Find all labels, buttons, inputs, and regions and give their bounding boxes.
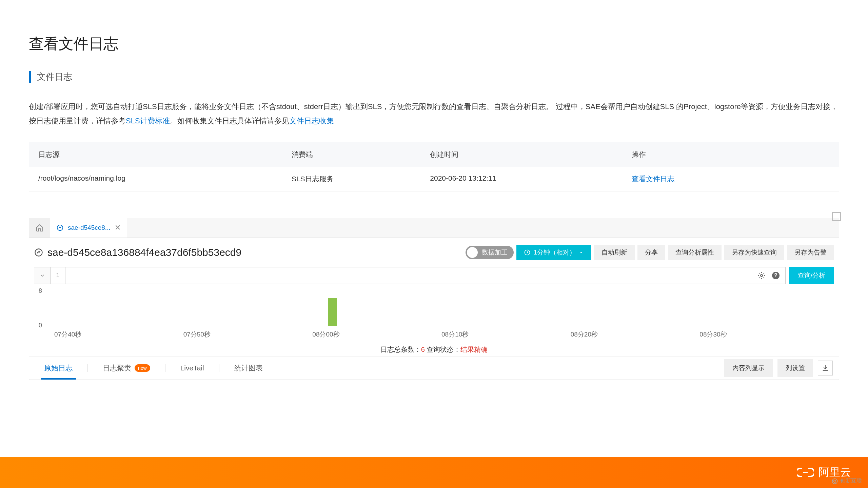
query-input[interactable] — [65, 267, 752, 284]
sls-panel: sae-d545ce8... ✕ sae-d545ce8a136884f4ea3… — [29, 218, 839, 380]
tab-cluster-label: 日志聚类 — [103, 363, 131, 373]
share-button[interactable]: 分享 — [637, 245, 665, 260]
footer: 阿里云 — [0, 457, 868, 488]
query-attr-button[interactable]: 查询分析属性 — [668, 245, 722, 260]
section-header: 文件日志 — [29, 71, 839, 83]
chart: 8 0 — [39, 289, 829, 326]
x-tick: 07分40秒 — [54, 330, 183, 339]
cell-created: 2020-06-20 13:12:11 — [430, 174, 632, 184]
settings-icon[interactable] — [757, 271, 766, 280]
save-quick-button[interactable]: 另存为快速查询 — [724, 245, 784, 260]
data-processing-toggle[interactable]: 数据加工 — [466, 246, 514, 259]
svg-point-3 — [761, 274, 763, 277]
svg-text:?: ? — [774, 272, 777, 278]
logstore-name: sae-d545ce8a136884f4ea37d6f5bb53ecd9 — [47, 247, 241, 258]
sls-tab-label: sae-d545ce8... — [68, 224, 111, 231]
view-file-log-link[interactable]: 查看文件日志 — [632, 175, 674, 183]
toggle-knob — [467, 247, 478, 258]
query-history-dropdown[interactable] — [34, 267, 51, 284]
total-label: 日志总条数： — [380, 346, 421, 353]
x-tick: 08分10秒 — [441, 330, 571, 339]
y-tick-0: 0 — [39, 322, 42, 329]
tab-raw-log[interactable]: 原始日志 — [29, 357, 87, 380]
help-icon[interactable]: ? — [771, 271, 781, 280]
chart-area: 8 0 07分40秒 07分50秒 08分00秒 08分10秒 08分20秒 0… — [29, 287, 839, 343]
time-range-label: 1分钟（相对） — [533, 248, 576, 257]
col-header-created: 创建时间 — [430, 150, 632, 159]
sls-header: sae-d545ce8a136884f4ea37d6f5bb53ecd9 数据加… — [29, 238, 839, 267]
chart-bar[interactable] — [328, 298, 337, 326]
select-box[interactable] — [832, 212, 841, 221]
save-alert-button[interactable]: 另存为告警 — [787, 245, 834, 260]
desc-text-2: 。如何收集文件日志具体详情请参见 — [170, 117, 289, 125]
toggle-label: 数据加工 — [482, 248, 508, 257]
query-input-wrap: 1 ? — [34, 267, 786, 284]
table-row: /root/logs/nacos/naming.log SLS日志服务 2020… — [29, 167, 839, 191]
aliyun-icon — [797, 466, 814, 479]
tab-log-cluster[interactable]: 日志聚类 new — [88, 357, 165, 380]
description: 创建/部署应用时，您可选自动打通SLS日志服务，能将业务文件日志（不含stdou… — [29, 100, 839, 128]
state-value: 结果精确 — [460, 346, 488, 353]
sls-pricing-link[interactable]: SLS计费标准 — [126, 117, 170, 125]
x-tick: 08分00秒 — [312, 330, 441, 339]
log-table: 日志源 消费端 创建时间 操作 /root/logs/nacos/naming.… — [29, 142, 839, 191]
clock-icon — [524, 249, 531, 256]
svg-point-6 — [832, 479, 837, 484]
watermark: 创新互联 — [831, 477, 862, 485]
sls-tab[interactable]: sae-d545ce8... ✕ — [50, 218, 127, 238]
section-bar — [29, 71, 31, 83]
tab-livetail[interactable]: LiveTail — [165, 357, 219, 379]
y-tick-8: 8 — [39, 287, 42, 294]
file-log-collect-link[interactable]: 文件日志收集 — [289, 117, 334, 125]
bottom-tabs: 原始日志 日志聚类 new LiveTail 统计图表 内容列显示 列设置 — [29, 356, 839, 380]
total-value: 6 — [421, 346, 425, 353]
tab-stats[interactable]: 统计图表 — [219, 357, 278, 380]
chevron-down-icon — [578, 250, 584, 255]
page-title: 查看文件日志 — [29, 0, 839, 71]
watermark-icon — [831, 478, 838, 485]
close-icon[interactable]: ✕ — [115, 223, 121, 232]
query-row: 1 ? 查询/分析 — [29, 267, 839, 287]
new-badge: new — [135, 364, 150, 372]
col-settings-button[interactable]: 列设置 — [777, 359, 813, 377]
status-line: 日志总条数：6 查询状态：结果精确 — [29, 343, 839, 356]
table-header: 日志源 消费端 创建时间 操作 — [29, 142, 839, 167]
query-analyze-button[interactable]: 查询/分析 — [789, 267, 834, 284]
svg-point-7 — [834, 480, 836, 482]
sls-tabs: sae-d545ce8... ✕ — [29, 218, 839, 238]
content-col-button[interactable]: 内容列显示 — [724, 359, 773, 377]
state-label: 查询状态： — [425, 346, 461, 353]
analytics-icon — [34, 248, 43, 257]
x-axis: 07分40秒 07分50秒 08分00秒 08分10秒 08分20秒 08分30… — [39, 326, 829, 343]
x-tick: 08分30秒 — [699, 330, 829, 339]
auto-refresh-button[interactable]: 自动刷新 — [594, 245, 635, 260]
time-range-button[interactable]: 1分钟（相对） — [516, 245, 591, 260]
download-icon — [822, 364, 829, 372]
download-button[interactable] — [818, 361, 833, 375]
x-tick: 08分20秒 — [571, 330, 700, 339]
chevron-down-icon — [39, 272, 45, 279]
home-icon — [36, 224, 44, 232]
home-tab[interactable] — [29, 218, 50, 238]
watermark-text: 创新互联 — [840, 477, 862, 485]
analytics-icon — [56, 224, 64, 231]
col-header-source: 日志源 — [38, 150, 292, 159]
x-tick: 07分50秒 — [183, 330, 313, 339]
cell-source: /root/logs/nacos/naming.log — [38, 174, 292, 184]
query-line-num: 1 — [51, 267, 65, 284]
section-title: 文件日志 — [37, 71, 72, 83]
col-header-consumer: 消费端 — [292, 150, 430, 159]
cell-consumer: SLS日志服务 — [292, 174, 430, 184]
col-header-action: 操作 — [632, 150, 830, 159]
